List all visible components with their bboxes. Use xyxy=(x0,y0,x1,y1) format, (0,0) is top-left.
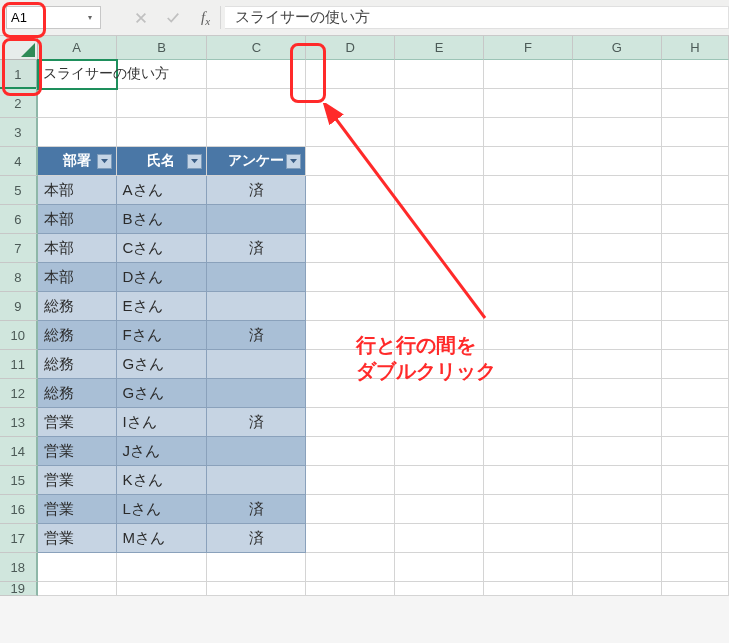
col-head-h[interactable]: H xyxy=(662,36,729,60)
cell-dept[interactable]: 総務 xyxy=(38,350,117,379)
col-head-a[interactable]: A xyxy=(38,36,117,60)
cell[interactable] xyxy=(306,263,395,292)
cell[interactable] xyxy=(484,350,573,379)
cell[interactable] xyxy=(395,466,484,495)
row-head-10[interactable]: 10 xyxy=(0,321,38,350)
cell[interactable] xyxy=(484,437,573,466)
cell[interactable] xyxy=(117,553,208,582)
cell[interactable] xyxy=(662,495,729,524)
row-head-9[interactable]: 9 xyxy=(0,292,38,321)
cell[interactable] xyxy=(662,524,729,553)
row-head-18[interactable]: 18 xyxy=(0,553,38,582)
row-head-5[interactable]: 5 xyxy=(0,176,38,205)
cell[interactable] xyxy=(662,176,729,205)
cell[interactable] xyxy=(395,495,484,524)
cell[interactable] xyxy=(662,437,729,466)
cell[interactable] xyxy=(395,234,484,263)
col-head-c[interactable]: C xyxy=(207,36,306,60)
row-head-13[interactable]: 13 xyxy=(0,408,38,437)
cell-status[interactable] xyxy=(207,292,306,321)
cell[interactable] xyxy=(662,466,729,495)
cell[interactable] xyxy=(573,263,662,292)
cell[interactable] xyxy=(395,147,484,176)
cell[interactable] xyxy=(573,379,662,408)
cell[interactable] xyxy=(484,408,573,437)
cell-name[interactable]: Gさん xyxy=(117,379,208,408)
cell-dept[interactable]: 営業 xyxy=(38,466,117,495)
cell[interactable] xyxy=(207,118,306,147)
cell[interactable] xyxy=(484,89,573,118)
formula-input[interactable]: スライサーの使い方 xyxy=(225,6,729,29)
cell-name[interactable]: Lさん xyxy=(117,495,208,524)
cell[interactable] xyxy=(395,118,484,147)
cell[interactable] xyxy=(484,118,573,147)
cell[interactable] xyxy=(573,582,662,596)
row-head-6[interactable]: 6 xyxy=(0,205,38,234)
cell-dept[interactable]: 営業 xyxy=(38,524,117,553)
cell[interactable] xyxy=(573,176,662,205)
cell[interactable] xyxy=(484,321,573,350)
cell-name[interactable]: Eさん xyxy=(117,292,208,321)
cell[interactable] xyxy=(484,234,573,263)
col-head-b[interactable]: B xyxy=(117,36,208,60)
cell-name[interactable]: Bさん xyxy=(117,205,208,234)
cell[interactable] xyxy=(38,582,117,596)
cell[interactable] xyxy=(484,147,573,176)
filter-button[interactable] xyxy=(187,154,202,169)
cell[interactable] xyxy=(38,89,117,118)
cell[interactable] xyxy=(573,553,662,582)
cell-dept[interactable]: 本部 xyxy=(38,176,117,205)
table-header-dept[interactable]: 部署 xyxy=(38,147,117,176)
cell-name[interactable]: Cさん xyxy=(117,234,208,263)
cell[interactable] xyxy=(117,118,208,147)
cell-status[interactable]: 済 xyxy=(207,408,306,437)
row-head-14[interactable]: 14 xyxy=(0,437,38,466)
cell[interactable] xyxy=(306,379,395,408)
cell[interactable] xyxy=(395,524,484,553)
cell[interactable] xyxy=(306,147,395,176)
cell[interactable] xyxy=(306,292,395,321)
cell[interactable] xyxy=(573,408,662,437)
row-head-19[interactable]: 19 xyxy=(0,582,38,596)
cell[interactable] xyxy=(395,263,484,292)
row-head-15[interactable]: 15 xyxy=(0,466,38,495)
filter-button[interactable] xyxy=(286,154,301,169)
cell-dept[interactable]: 本部 xyxy=(38,205,117,234)
cell-status[interactable]: 済 xyxy=(207,176,306,205)
cell-dept[interactable]: 総務 xyxy=(38,321,117,350)
cell[interactable] xyxy=(306,495,395,524)
cell[interactable] xyxy=(484,582,573,596)
cell-dept[interactable]: 営業 xyxy=(38,408,117,437)
cell[interactable] xyxy=(662,379,729,408)
name-box-dropdown-icon[interactable]: ▾ xyxy=(84,12,96,24)
cell[interactable] xyxy=(306,466,395,495)
cell[interactable] xyxy=(484,553,573,582)
cell-dept[interactable]: 本部 xyxy=(38,234,117,263)
cell[interactable] xyxy=(207,553,306,582)
cell[interactable] xyxy=(573,495,662,524)
row-head-8[interactable]: 8 xyxy=(0,263,38,292)
table-header-name[interactable]: 氏名 xyxy=(117,147,208,176)
cell[interactable] xyxy=(573,205,662,234)
insert-function-button[interactable]: fx xyxy=(191,6,221,29)
cell[interactable] xyxy=(573,437,662,466)
row-head-3[interactable]: 3 xyxy=(0,118,38,147)
cell-name[interactable]: Kさん xyxy=(117,466,208,495)
cell-name[interactable]: Mさん xyxy=(117,524,208,553)
cell[interactable] xyxy=(117,582,208,596)
cell[interactable] xyxy=(306,408,395,437)
cell[interactable] xyxy=(207,60,306,89)
cell[interactable] xyxy=(306,321,395,350)
cell[interactable] xyxy=(306,205,395,234)
cell-dept[interactable]: 営業 xyxy=(38,437,117,466)
cell[interactable] xyxy=(662,263,729,292)
cell[interactable] xyxy=(484,176,573,205)
cell[interactable] xyxy=(662,234,729,263)
cell[interactable] xyxy=(38,118,117,147)
cell[interactable] xyxy=(395,292,484,321)
cell-status[interactable] xyxy=(207,379,306,408)
cell[interactable] xyxy=(306,437,395,466)
cell[interactable] xyxy=(484,379,573,408)
cell-name[interactable]: Dさん xyxy=(117,263,208,292)
cancel-formula-button[interactable] xyxy=(127,6,155,29)
